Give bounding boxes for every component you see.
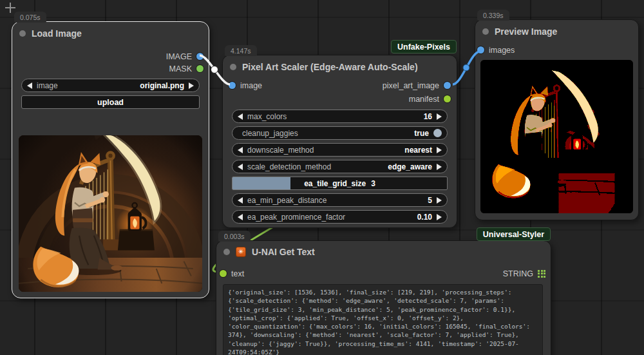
slot-row: text STRING: [216, 267, 551, 280]
combo-next-icon[interactable]: [437, 214, 442, 220]
ea-tile-grid-size-slider[interactable]: ea_tile_grid_size 3: [232, 177, 448, 190]
input-label: text: [231, 269, 244, 278]
loaded-image-preview: [19, 135, 202, 292]
ea-peak-prominence-factor-widget[interactable]: ea_peak_prominence_factor 0.10: [232, 210, 448, 224]
node-title-bar: Pixel Art Scaler (Edge-Aware Auto-Scale): [223, 55, 457, 77]
grid-output-icon[interactable]: [538, 270, 545, 278]
output-dot-mask[interactable]: [196, 65, 204, 72]
widget-label: downscale_method: [247, 146, 314, 155]
widget-label: image: [37, 81, 58, 90]
combo-next-icon[interactable]: [437, 147, 442, 153]
node-title: U-NAI Get Text: [252, 247, 315, 257]
image-combo-widget[interactable]: image original.png: [21, 79, 200, 92]
output-label: MASK: [169, 64, 192, 73]
downscale-method-widget[interactable]: downscale_method nearest: [232, 143, 448, 157]
output-slots: IMAGE MASK: [12, 50, 209, 75]
widget-label: ea_tile_grid_size: [304, 179, 366, 188]
node-title: Preview Image: [495, 26, 557, 37]
cleanup-jaggies-toggle[interactable]: cleanup_jaggies true: [232, 126, 448, 140]
combo-prev-icon[interactable]: [238, 113, 243, 120]
widget-label: cleanup_jaggies: [242, 129, 298, 138]
slot-row-1: image pixel_art_image: [223, 79, 457, 92]
link-midpoint-dot: [211, 66, 218, 73]
max-colors-widget[interactable]: max_colors 16: [232, 110, 448, 123]
timing-badge: 4.147s: [225, 45, 257, 56]
output-slot-manifest[interactable]: manifest: [409, 95, 451, 104]
output-label: IMAGE: [166, 52, 192, 61]
input-slot-text[interactable]: text: [220, 269, 244, 278]
widget-label: ea_peak_prominence_factor: [247, 213, 345, 222]
combo-next-icon[interactable]: [437, 113, 442, 120]
add-icon[interactable]: [5, 3, 15, 13]
node-load-image[interactable]: 0.075s Load Image IMAGE MASK image origi…: [12, 21, 209, 298]
slot-rows: image pixel_art_image manifest: [223, 79, 457, 106]
collapse-dot-icon[interactable]: [482, 28, 489, 35]
widget-value: 5: [428, 196, 432, 205]
widget-value: 0.10: [417, 213, 432, 222]
upload-button[interactable]: upload: [21, 95, 200, 109]
pixel-art-preview: [480, 60, 633, 213]
combo-next-icon[interactable]: [437, 164, 442, 170]
combo-prev-icon[interactable]: [238, 164, 243, 170]
widget-label: scale_detection_method: [247, 162, 331, 171]
widget-value: 16: [424, 112, 432, 121]
group-badge-unfake-pixels: Unfake-Pixels: [391, 40, 457, 53]
combo-prev-icon[interactable]: [238, 197, 243, 204]
node-title: Pixel Art Scaler (Edge-Aware Auto-Scale): [242, 62, 418, 72]
output-slot-image[interactable]: IMAGE: [12, 50, 209, 62]
output-label: pixel_art_image: [383, 81, 439, 90]
output-slot-pixel-art-image[interactable]: pixel_art_image: [383, 81, 451, 90]
combo-prev-icon[interactable]: [238, 214, 243, 220]
toggle-knob[interactable]: [433, 129, 442, 137]
timing-badge: 0.075s: [14, 12, 46, 23]
widget-value: 3: [371, 179, 375, 188]
input-slot-image[interactable]: image: [229, 81, 262, 90]
node-title-bar: Load Image: [12, 22, 209, 44]
node-graph-canvas[interactable]: 0.075s Load Image IMAGE MASK image origi…: [0, 0, 644, 355]
output-slot-mask[interactable]: MASK: [12, 62, 209, 75]
node-title: Load Image: [32, 28, 82, 39]
text-output-area[interactable]: {'original_size': [1536, 1536], 'final_s…: [223, 284, 543, 355]
widget-value: edge_aware: [388, 162, 432, 171]
input-dot-image[interactable]: [229, 82, 236, 89]
widget-value: true: [414, 129, 429, 138]
timing-badge: 0.339s: [477, 10, 509, 21]
node-title-bar: Preview Image: [475, 20, 638, 42]
node-pixel-art-scaler[interactable]: 4.147s Unfake-Pixels Pixel Art Scaler (E…: [222, 55, 457, 228]
collapse-dot-icon[interactable]: [223, 249, 230, 255]
widget-label: max_colors: [247, 112, 287, 121]
combo-next-icon[interactable]: [189, 82, 194, 89]
output-dot-manifest[interactable]: [444, 95, 451, 102]
output-label: STRING: [503, 269, 533, 278]
slot-row-2: manifest: [223, 92, 457, 106]
node-title-bar: ✳ U-NAI Get Text: [216, 241, 551, 262]
starburst-icon: ✳: [236, 247, 246, 257]
combo-prev-icon[interactable]: [238, 147, 243, 153]
widget-label: ea_min_peak_distance: [247, 196, 327, 205]
output-dot-image[interactable]: [196, 53, 204, 60]
timing-badge: 0.003s: [218, 231, 251, 242]
widget-value: nearest: [404, 146, 432, 155]
output-slot-string[interactable]: STRING: [503, 269, 545, 278]
widget-value: original.png: [140, 81, 184, 90]
node-u-nai-get-text[interactable]: 0.003s Universal-Styler ✳ U-NAI Get Text…: [216, 240, 551, 355]
combo-next-icon[interactable]: [437, 197, 442, 204]
output-label: manifest: [409, 95, 439, 104]
input-label: images: [489, 46, 515, 55]
link-midpoint-dot: [463, 64, 469, 71]
combo-prev-icon[interactable]: [27, 82, 32, 89]
group-badge-universal-styler: Universal-Styler: [477, 227, 551, 241]
output-dot-pixel-art-image[interactable]: [444, 82, 451, 89]
node-preview-image[interactable]: 0.339s Preview Image images: [475, 19, 639, 220]
input-dot-text[interactable]: [220, 270, 227, 277]
input-dot-images[interactable]: [477, 46, 484, 53]
slider-text: ea_tile_grid_size 3: [232, 177, 447, 189]
collapse-dot-icon[interactable]: [19, 30, 26, 37]
ea-min-peak-distance-widget[interactable]: ea_min_peak_distance 5: [232, 193, 448, 207]
collapse-dot-icon[interactable]: [230, 64, 236, 70]
input-slot-images[interactable]: images: [475, 43, 638, 57]
scale-detection-method-widget[interactable]: scale_detection_method edge_aware: [232, 160, 448, 173]
input-label: image: [240, 81, 262, 90]
